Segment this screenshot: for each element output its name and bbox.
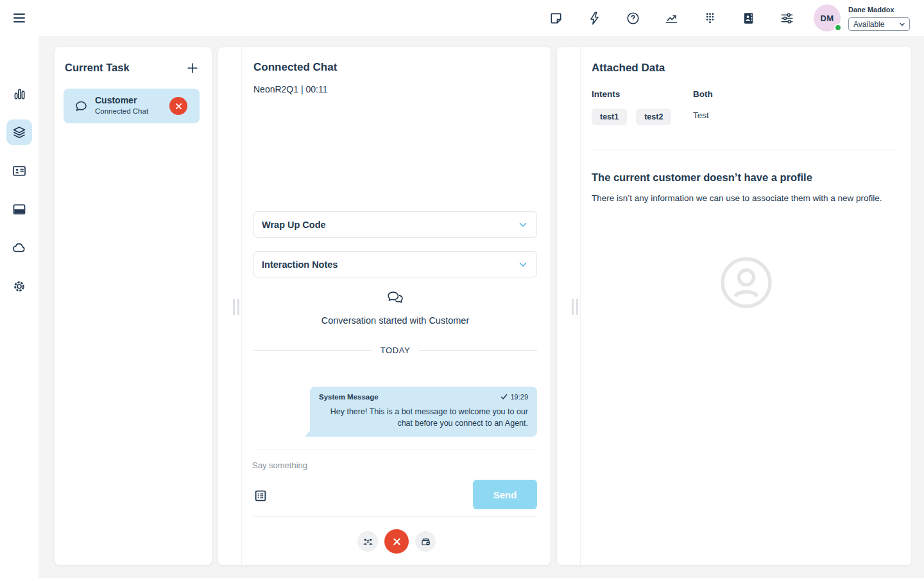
archive-box-icon[interactable] xyxy=(415,531,436,552)
task-item-customer[interactable]: Customer Connected Chat xyxy=(64,89,200,123)
preferences-icon[interactable] xyxy=(767,0,806,36)
profile-divider xyxy=(592,150,898,150)
contacts-icon[interactable] xyxy=(729,0,767,36)
message-input[interactable] xyxy=(252,457,537,473)
left-nav-rail xyxy=(0,36,38,578)
layers-icon[interactable] xyxy=(6,119,32,145)
drag-grip[interactable] xyxy=(233,299,239,315)
no-profile-heading: The current customer doesn’t have a prof… xyxy=(592,171,898,184)
message-time-value: 19:29 xyxy=(510,393,528,401)
add-task-button[interactable] xyxy=(185,61,200,75)
current-task-panel: Current Task Customer Connected Chat xyxy=(55,47,212,565)
close-task-button[interactable] xyxy=(169,97,187,115)
attached-data-title: Attached Data xyxy=(592,62,665,74)
chat-bubble-icon xyxy=(74,99,89,116)
chevron-down-icon xyxy=(898,21,906,28)
message-sender: System Message xyxy=(319,393,501,401)
intent-chip-list: test1 test2 xyxy=(592,109,671,125)
note-icon[interactable] xyxy=(536,0,575,36)
intent-chip: test1 xyxy=(592,109,627,125)
attached-data-panel: Attached Data Intents Both test1 test2 T… xyxy=(557,47,911,565)
menu-icon[interactable] xyxy=(10,10,28,26)
transfer-icon[interactable] xyxy=(357,531,378,552)
day-divider-label: TODAY xyxy=(381,346,411,355)
chat-action-row xyxy=(243,529,551,554)
task-type: Connected Chat xyxy=(95,107,148,115)
intents-label: Intents xyxy=(592,89,620,99)
wrap-up-code-accordion[interactable]: Wrap Up Code xyxy=(253,211,537,238)
dialpad-icon[interactable] xyxy=(690,0,729,36)
chat-title: Connected Chat xyxy=(253,61,337,74)
send-button[interactable]: Send xyxy=(473,480,537,509)
right-resize-handle[interactable] xyxy=(557,47,581,565)
cloud-icon[interactable] xyxy=(6,235,32,261)
delivered-check-icon xyxy=(501,394,508,400)
status-dot xyxy=(834,24,842,31)
chevron-down-icon xyxy=(517,259,529,270)
system-message-bubble: System Message 19:29 Hey there! This is … xyxy=(310,387,537,437)
day-divider: TODAY xyxy=(253,346,537,355)
interaction-notes-accordion[interactable]: Interaction Notes xyxy=(253,251,537,277)
chevron-down-icon xyxy=(517,219,529,231)
left-resize-handle[interactable] xyxy=(218,47,242,565)
chat-panel: Connected Chat NeonR2Q1 | 00:11 Wrap Up … xyxy=(218,47,551,565)
chat-session-info: NeonR2Q1 | 00:11 xyxy=(253,84,327,94)
both-value: Test xyxy=(693,110,709,120)
composer-divider xyxy=(253,450,537,450)
person-circle-icon xyxy=(719,256,773,310)
top-header: DM Dane Maddox Available xyxy=(0,0,924,36)
end-chat-button[interactable] xyxy=(384,529,409,554)
current-task-title: Current Task xyxy=(65,62,130,74)
both-label: Both xyxy=(693,89,713,99)
id-card-icon[interactable] xyxy=(6,158,32,184)
status-value: Available xyxy=(853,20,898,29)
performance-icon[interactable] xyxy=(652,0,690,36)
intent-chip: test2 xyxy=(636,109,671,125)
bar-chart-icon[interactable] xyxy=(6,81,32,107)
task-name: Customer xyxy=(95,95,137,105)
status-select[interactable]: Available xyxy=(848,17,910,31)
conversation-started-block: Conversation started with Customer xyxy=(253,290,537,326)
actions-divider xyxy=(253,516,537,517)
close-icon xyxy=(175,102,183,110)
close-icon xyxy=(392,537,402,547)
header-icon-bar xyxy=(536,0,806,36)
no-profile-body: There isn’t any information we can use t… xyxy=(592,192,886,206)
canned-responses-icon[interactable] xyxy=(253,489,268,503)
user-name: Dane Maddox xyxy=(848,6,894,13)
profile-placeholder xyxy=(581,256,911,310)
drag-grip[interactable] xyxy=(572,299,578,315)
message-time: 19:29 xyxy=(501,393,528,401)
gear-icon[interactable] xyxy=(6,274,32,299)
lightning-icon[interactable] xyxy=(575,0,613,36)
wrap-up-code-label: Wrap Up Code xyxy=(262,220,517,230)
conversation-started-text: Conversation started with Customer xyxy=(253,315,537,326)
message-text: Hey there! This is a bot message to welc… xyxy=(319,406,528,429)
help-icon[interactable] xyxy=(613,0,652,36)
window-icon[interactable] xyxy=(6,197,32,222)
interaction-notes-label: Interaction Notes xyxy=(262,259,517,270)
conversation-icon xyxy=(386,290,405,308)
